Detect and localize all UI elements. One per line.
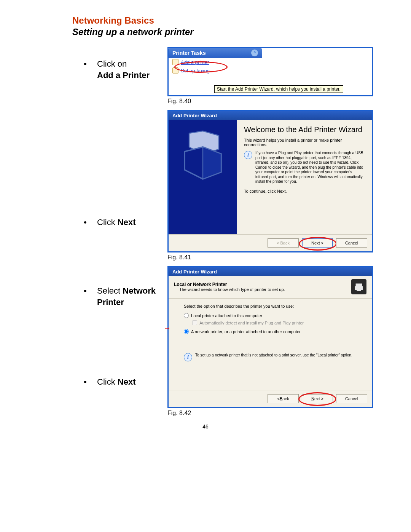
- wizard-lead: Select the option that describes the pri…: [184, 304, 361, 308]
- option-label: ocal printer attached to this computer: [193, 313, 262, 318]
- cancel-button[interactable]: Cancel: [336, 238, 367, 248]
- printer-icon: [172, 59, 178, 65]
- option-network-printer[interactable]: A network printer, or a printer attached…: [184, 329, 361, 334]
- printer-header-icon: [351, 279, 366, 294]
- checkbox-autodetect: [192, 320, 197, 325]
- fax-icon: [172, 67, 178, 73]
- tooltip: Start the Add Printer Wizard, which help…: [214, 85, 343, 93]
- setup-faxing-link[interactable]: Set up faxing: [181, 68, 210, 73]
- info-icon: i: [244, 151, 252, 159]
- wizard-step-sub: The wizard needs to know which type of p…: [174, 287, 351, 292]
- instruction-step-3: Select Network Printer: [80, 285, 160, 308]
- heading-sub: Setting up a network printer: [72, 27, 388, 37]
- printer-tasks-header: Printer Tasks ⌃: [169, 48, 262, 58]
- fig-caption-3: Fig. 8.42: [167, 410, 388, 417]
- printer-tasks-header-label: Printer Tasks: [172, 50, 206, 56]
- option-label: utomatically detect and install my Plug …: [202, 321, 304, 325]
- wizard-title: Add Printer Wizard: [169, 111, 372, 120]
- page-number: 46: [23, 423, 388, 430]
- back-button: < Back: [268, 238, 299, 248]
- task-add-printer[interactable]: Add a printer: [169, 58, 262, 66]
- option-label: A n: [191, 329, 197, 334]
- instruction-step-2: Click Next: [80, 217, 160, 228]
- next-button[interactable]: Next >: [302, 394, 333, 403]
- instruction-step-4: Click Next: [80, 376, 160, 388]
- figure-wizard-welcome: Add Printer Wizard Welcome to the Add Pr…: [167, 110, 373, 252]
- radio-local[interactable]: [184, 313, 189, 318]
- option-local-printer[interactable]: Local printer attached to this computer: [184, 313, 361, 318]
- figure-printer-tasks: Printer Tasks ⌃ Add a printer Set up fax…: [167, 47, 373, 96]
- mnemonic: B: [280, 396, 282, 401]
- instr-bold: Next: [118, 377, 136, 387]
- fig-caption-2: Fig. 8.41: [167, 254, 388, 261]
- next-label: ext >: [314, 241, 323, 245]
- arrow-icon: →: [163, 324, 171, 332]
- option-autodetect: Automatically detect and install my Plug…: [192, 320, 361, 325]
- wizard-welcome-heading: Welcome to the Add Printer Wizard: [244, 125, 365, 134]
- next-label: ext >: [314, 396, 323, 401]
- back-button[interactable]: < Back: [268, 394, 299, 403]
- heading-primary: Networking Basics: [72, 15, 388, 26]
- printer-graphic-icon: [180, 128, 226, 185]
- add-printer-link[interactable]: Add a printer: [181, 59, 209, 65]
- collapse-icon[interactable]: ⌃: [251, 50, 258, 56]
- wizard-step-title: Local or Network Printer: [174, 282, 351, 287]
- instr-text: Select: [97, 286, 123, 296]
- option-label: twork printer, or a printer attached to …: [199, 329, 301, 334]
- task-setup-faxing[interactable]: Set up faxing: [169, 66, 262, 75]
- fig-caption-1: Fig. 8.40: [167, 98, 388, 105]
- next-mnemonic: N: [311, 396, 314, 401]
- radio-network[interactable]: [184, 329, 189, 334]
- back-label: ack: [282, 396, 289, 401]
- next-mnemonic: N: [311, 241, 314, 245]
- cancel-button[interactable]: Cancel: [336, 394, 367, 403]
- instr-text: Click: [97, 377, 118, 387]
- info-icon: i: [184, 353, 192, 361]
- instr-bold: Add a Printer: [97, 70, 150, 80]
- wizard-info-text: If you have a Plug and Play printer that…: [255, 151, 365, 184]
- wizard-info-text: To set up a network printer that is not …: [195, 353, 352, 358]
- instruction-step-1: Click on Add a Printer: [80, 58, 160, 81]
- figure-wizard-localnetwork: Add Printer Wizard Local or Network Prin…: [167, 266, 373, 408]
- wizard-title: Add Printer Wizard: [169, 267, 372, 276]
- instr-text: Click: [97, 217, 118, 227]
- wizard-continue: To continue, click Next.: [244, 189, 365, 193]
- instr-bold: Next: [118, 217, 136, 227]
- wizard-desc: This wizard helps you install a printer …: [244, 138, 365, 147]
- next-button[interactable]: Next >: [302, 238, 333, 248]
- wizard-sidebar: [169, 120, 237, 234]
- instr-text: Click on: [97, 59, 127, 69]
